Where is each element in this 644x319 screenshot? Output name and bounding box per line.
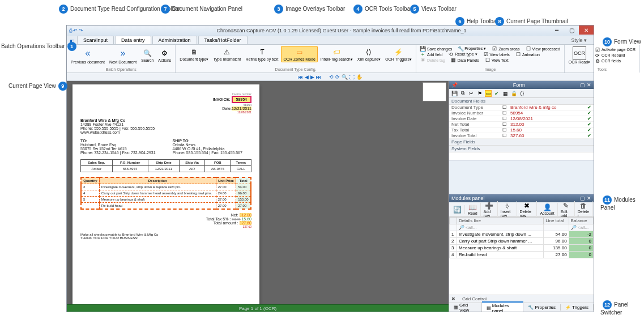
form-save-icon[interactable]: 💾 bbox=[451, 90, 458, 97]
ocr-zones-button[interactable]: ▭OCR Zones Mode bbox=[281, 46, 317, 62]
qat-save-icon[interactable]: ⎙ bbox=[69, 28, 72, 33]
reset-type-button[interactable]: ⟲Reset type ▾ bbox=[446, 52, 479, 57]
nav-fit-icon[interactable]: ⛶ bbox=[349, 74, 355, 80]
search-button[interactable]: 🔍Search bbox=[139, 48, 155, 63]
ocr-triggers-button[interactable]: ⚡OCR Triggers▾ bbox=[383, 46, 413, 62]
ocr-rebuild-button[interactable]: ⟳OCR Rebuild bbox=[593, 53, 637, 58]
qat-redo-icon[interactable]: ↷ bbox=[79, 28, 83, 33]
qat-undo-icon[interactable]: ↶ bbox=[73, 28, 78, 33]
actions-button[interactable]: ⚙Actions bbox=[156, 48, 173, 63]
mod-btn-delete-row[interactable]: ✖Delete row bbox=[517, 201, 538, 218]
next-document-button[interactable]: »Next Document bbox=[108, 46, 138, 65]
form-field-row[interactable]: Net Total☐312.00✔ bbox=[449, 122, 594, 127]
minimize-button[interactable]: ━ bbox=[549, 25, 564, 35]
modules-grid[interactable]: Details lineLine totalBalance 🔎 <all...🔎… bbox=[449, 217, 594, 295]
nav-next-icon[interactable]: ▶ bbox=[310, 74, 314, 80]
view-text-toggle[interactable]: ☐View Text bbox=[483, 57, 510, 63]
checkbox-icon[interactable]: ☐ bbox=[502, 110, 510, 116]
filter-cell[interactable]: 🔎 <all... bbox=[457, 224, 543, 231]
form-lock-icon[interactable]: 🔒 bbox=[510, 90, 517, 97]
filter-cell[interactable] bbox=[450, 224, 457, 231]
delete-tag-button[interactable]: ✖Delete tag bbox=[419, 57, 447, 63]
checkbox-icon[interactable]: ☐ bbox=[502, 105, 510, 110]
add-field-button[interactable]: ＋Add field bbox=[419, 52, 444, 57]
panel-maximize-icon[interactable]: ▢ bbox=[580, 82, 585, 88]
pushpin-icon[interactable]: 📌 bbox=[451, 82, 458, 88]
checkbox-icon[interactable]: ☐ bbox=[502, 127, 510, 133]
mod-btn-edit-grid[interactable]: ✎Edit grid bbox=[558, 201, 575, 218]
animation-toggle[interactable]: ☐Animation bbox=[514, 52, 541, 57]
tab-administration[interactable]: Administration bbox=[152, 36, 197, 44]
form-field-row[interactable]: Invoice Date☐12/08/2021✔ bbox=[449, 116, 594, 122]
modules-grid-row[interactable]: 4Re-build head27.000 bbox=[450, 252, 594, 258]
nav-rotate-right-icon[interactable]: ⟳ bbox=[335, 74, 340, 80]
close-button[interactable]: ✕ bbox=[579, 25, 594, 35]
style-menu[interactable]: Style ▾ bbox=[568, 36, 590, 44]
tab-data-entry[interactable]: Data entry bbox=[115, 36, 151, 44]
panel-tab-grid-view[interactable]: ▦Grid View bbox=[449, 302, 482, 312]
modules-grid-row[interactable]: 3Measure up bearings & shaft135.000 bbox=[450, 245, 594, 252]
nav-rotate-left-icon[interactable]: ⟲ bbox=[329, 74, 334, 80]
form-script-icon[interactable]: ⟨⟩ bbox=[519, 90, 526, 97]
modules-grid-row[interactable]: 1Investigate movement, strip down ...54.… bbox=[450, 231, 594, 238]
intellitag-button[interactable]: 🏷Intelli-Tag search▾ bbox=[319, 46, 355, 62]
properties-button[interactable]: 🔧Properties ▾ bbox=[456, 46, 488, 52]
form-field-row[interactable]: Document Type☐Branford wire & mfg co✔ bbox=[449, 105, 594, 110]
form-section-page-fields[interactable]: Page Fields bbox=[449, 139, 594, 146]
view-processed-toggle[interactable]: ☐View processed bbox=[524, 46, 562, 52]
nav-prev-icon[interactable]: ◀ bbox=[305, 74, 309, 80]
reset-icon: ⟲ bbox=[448, 52, 454, 57]
tab-tasks-hotfolder[interactable]: Tasks/HotFolder bbox=[198, 36, 248, 44]
ocr-icon: OCR bbox=[573, 46, 586, 60]
data-panels-button[interactable]: ▦Data Panels bbox=[449, 57, 481, 63]
form-panel-titlebar[interactable]: 📌 Form ▢ ✕ bbox=[449, 81, 594, 89]
mod-btn-delete-r[interactable]: 🗑Delete r bbox=[575, 201, 592, 218]
modules-grid-row[interactable]: 2Carry out part Strip down hammer ...96.… bbox=[450, 238, 594, 245]
form-flag-icon[interactable]: ⚑ bbox=[476, 90, 483, 97]
form-cut-icon[interactable]: ✂ bbox=[468, 90, 475, 97]
invoice-label: INVOICE: bbox=[212, 97, 230, 101]
form-field-row[interactable]: Invoice Total☐327.60✔ bbox=[449, 133, 594, 139]
type-mismatch-button[interactable]: ⚠Type mismatch! bbox=[211, 46, 242, 62]
nav-last-icon[interactable]: ⏭ bbox=[316, 74, 321, 80]
panel-tab-properties[interactable]: 🔧Properties bbox=[523, 304, 560, 311]
nav-zoom-icon[interactable]: 🔍 bbox=[342, 74, 348, 80]
panel-maximize-icon[interactable]: ▢ bbox=[580, 195, 585, 201]
nav-hand-icon[interactable]: ✋ bbox=[356, 74, 362, 80]
refine-type-button[interactable]: ƬRefine type by text bbox=[244, 46, 280, 62]
mod-btn-account[interactable]: 👤Account bbox=[537, 203, 557, 216]
mod-btn-add-row[interactable]: ➕Add row bbox=[481, 201, 498, 218]
form-section-system-fields[interactable]: System Fields bbox=[449, 146, 594, 152]
nav-first-icon[interactable]: ⏮ bbox=[298, 74, 303, 80]
ocr-fields-button[interactable]: ⚙OCR fields bbox=[593, 58, 637, 64]
current-page-view[interactable]: Invoice number INVOICE: 58954 58954 Date… bbox=[67, 81, 449, 312]
maximize-button[interactable]: ▢ bbox=[564, 25, 579, 35]
xml-capture-button[interactable]: ⟨⟩Xml capture▾ bbox=[356, 46, 382, 62]
form-field-row[interactable]: Tax Total☐15.60✔ bbox=[449, 127, 594, 133]
panel-tab-triggers[interactable]: ⚡Triggers bbox=[561, 304, 594, 311]
form-section-document-fields[interactable]: Document Fields bbox=[449, 98, 594, 105]
panel-tab-modules-panel[interactable]: ▤Modules panel bbox=[482, 301, 524, 312]
form-copy-icon[interactable]: ⧉ bbox=[459, 90, 466, 97]
document-type-button[interactable]: 🗎Document type▾ bbox=[178, 46, 210, 62]
ocr-read-button[interactable]: OCROCR Read▾ bbox=[567, 46, 592, 65]
tab-scan-input[interactable]: Scan/Input bbox=[77, 36, 114, 44]
checkbox-icon[interactable]: ☐ bbox=[502, 133, 510, 138]
activate-page-ocr-toggle[interactable]: ☑Activate page OCR bbox=[593, 47, 637, 53]
current-page-thumbnail[interactable] bbox=[423, 82, 446, 101]
form-check-icon[interactable]: ✔ bbox=[493, 90, 500, 97]
checkbox-icon[interactable]: ☐ bbox=[502, 116, 510, 121]
form-grid-icon[interactable]: ▦ bbox=[502, 90, 509, 97]
panel-close-icon[interactable]: ✕ bbox=[587, 195, 591, 201]
form-field-row[interactable]: Invoice Number☐58954✔ bbox=[449, 110, 594, 116]
mod-btn-insert-row[interactable]: ⎀Insert row bbox=[498, 201, 517, 218]
zoom-areas-toggle[interactable]: ☑Zoom areas bbox=[490, 46, 521, 52]
view-labels-toggle[interactable]: ☑View labels bbox=[481, 52, 511, 57]
mod-btn-read[interactable]: 📖Read bbox=[465, 203, 481, 216]
checkbox-icon[interactable]: ☐ bbox=[502, 122, 510, 127]
form-toggle-icon[interactable]: ▭ bbox=[485, 90, 492, 97]
filter-cell[interactable]: 🔎 <all... bbox=[569, 224, 593, 231]
filter-cell[interactable] bbox=[544, 224, 569, 231]
mod-btn-reload[interactable]: 🔄 bbox=[450, 205, 465, 214]
panel-close-icon[interactable]: ✕ bbox=[587, 82, 591, 88]
